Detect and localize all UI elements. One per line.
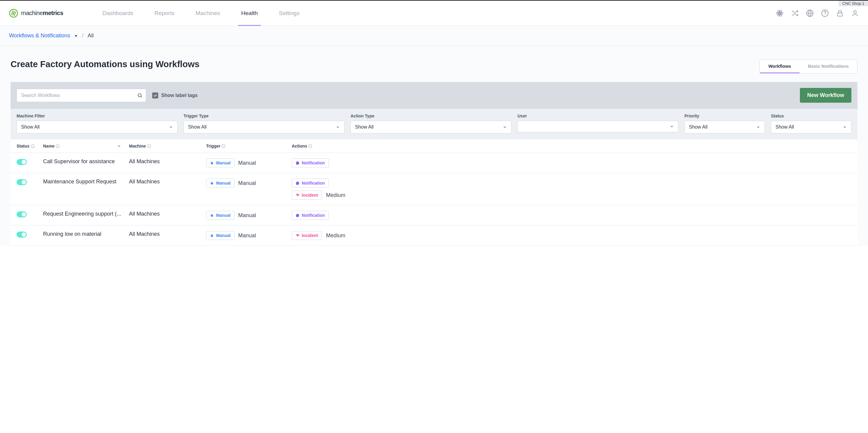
trigger-text: Manual [238,212,256,219]
table-row[interactable]: Request Engineering support (... All Mac… [10,205,858,226]
tab-notifications[interactable]: Basic Notifications [800,60,857,73]
cell-machine: All Machines [129,211,206,217]
filter-trigger-select[interactable]: Show All [184,121,344,133]
svg-point-9 [138,94,141,97]
page-header: Create Factory Automations using Workflo… [10,59,858,73]
nav-reports[interactable]: Reports [154,1,175,26]
logo-text: machinemetrics [21,10,63,16]
chevron-down-icon [336,125,340,129]
table-row[interactable]: Running low on material All Machines Man… [10,226,858,246]
priority-text: Medium [326,192,345,198]
col-machine[interactable]: Machine [129,144,206,148]
col-trigger[interactable]: Trigger [206,144,292,148]
info-icon [31,144,35,148]
globe-icon[interactable] [806,9,814,17]
nav-health[interactable]: Health [241,1,258,26]
col-status[interactable]: Status [17,144,43,148]
breadcrumb-separator: / [82,33,84,39]
filter-action-select[interactable]: Show All [350,121,512,133]
filter-action: Action Type Show All [350,113,512,133]
trigger-text: Manual [238,232,256,239]
tab-workflows[interactable]: Workflows [760,60,800,73]
chevron-down-icon [670,124,674,129]
nav-settings[interactable]: Settings [279,1,300,26]
priority-text: Medium [326,232,345,239]
trigger-text: Manual [238,160,256,166]
cell-status [17,158,43,165]
status-toggle[interactable] [17,211,27,218]
table-row[interactable]: Call Supervisor for assistance All Machi… [10,153,858,173]
search-input[interactable] [17,89,146,102]
new-workflow-button[interactable]: New Workflow [800,88,851,103]
nav-dashboards[interactable]: Dashboards [102,1,133,26]
cell-actions: Notification Incident Medium [292,178,345,200]
filter-status-select[interactable]: Show All [771,121,851,133]
checkbox-icon [152,93,158,98]
cell-trigger: Manual Manual [206,211,292,220]
page-title: Create Factory Automations using Workflo… [10,59,199,69]
logo[interactable]: machinemetrics [9,9,102,18]
filter-user: User [518,113,678,133]
chevron-down-icon [503,125,507,129]
badge-incident: Incident [292,231,322,240]
filter-machine-select[interactable]: Show All [17,121,178,133]
status-toggle[interactable] [17,179,27,185]
show-labels-checkbox-wrap[interactable]: Show label tags [152,93,198,98]
breadcrumb-link[interactable]: Workflows & Notifications [9,33,70,39]
chevron-down-icon [117,144,121,148]
checkbox-label: Show label tags [161,93,198,98]
workflows-table: Status Name Machine Trigger Actions Call… [10,139,858,246]
cell-actions: Notification [292,211,329,220]
page-content: Create Factory Automations using Workflo… [0,46,868,246]
cell-machine: All Machines [129,158,206,165]
cell-actions: Notification [292,158,329,167]
table-row[interactable]: Maintenance Support Request All Machines… [10,173,858,205]
filters: Machine Filter Show All Trigger Type Sho… [10,109,858,139]
filter-trigger: Trigger Type Show All [184,113,344,133]
search-icon [137,93,143,98]
filter-priority: Priority Show All [684,113,765,133]
cell-machine: All Machines [129,231,206,237]
chevron-down-icon[interactable]: ▼ [74,34,78,38]
cell-trigger: Manual Manual [206,178,292,188]
toolbar: Show label tags New Workflow [10,82,858,109]
cell-name: Call Supervisor for assistance [43,158,129,165]
main-header: machinemetrics Dashboards Reports Machin… [0,0,868,26]
filter-label: Machine Filter [17,113,178,118]
filter-label: Trigger Type [184,113,344,118]
user-icon[interactable] [851,9,859,17]
col-actions[interactable]: Actions [292,144,312,148]
table-body: Call Supervisor for assistance All Machi… [10,153,858,246]
help-icon[interactable] [821,9,829,17]
svg-point-8 [854,10,857,13]
trigger-text: Manual [238,180,256,187]
action-row: Notification [292,158,329,167]
badge-notification: Notification [292,211,329,220]
shuffle-icon[interactable] [791,9,799,17]
breadcrumb-current: All [88,33,94,39]
cell-name: Request Engineering support (... [43,211,129,217]
breadcrumb: Workflows & Notifications ▼ / All [0,26,868,46]
status-toggle[interactable] [17,159,27,165]
cell-actions: Incident Medium [292,231,345,240]
badge-notification: Notification [292,178,329,188]
filter-machine: Machine Filter Show All [17,113,178,133]
cell-machine: All Machines [129,178,206,185]
nav-machines[interactable]: Machines [195,1,220,26]
filter-label: User [518,113,678,118]
atom-icon[interactable] [776,9,784,17]
svg-rect-7 [838,13,842,16]
filter-user-select[interactable] [518,121,678,132]
status-toggle[interactable] [17,232,27,238]
filter-label: Priority [684,113,765,118]
badge-manual: Manual [206,211,235,220]
cell-status [17,231,43,238]
badge-manual: Manual [206,178,235,188]
filter-priority-select[interactable]: Show All [684,121,765,133]
shop-tag: CNC Shop 1 [839,1,868,6]
lock-icon[interactable] [836,9,844,17]
col-name[interactable]: Name [43,144,129,148]
table-header: Status Name Machine Trigger Actions [10,139,858,153]
badge-manual: Manual [206,231,235,240]
header-icons [776,9,859,17]
